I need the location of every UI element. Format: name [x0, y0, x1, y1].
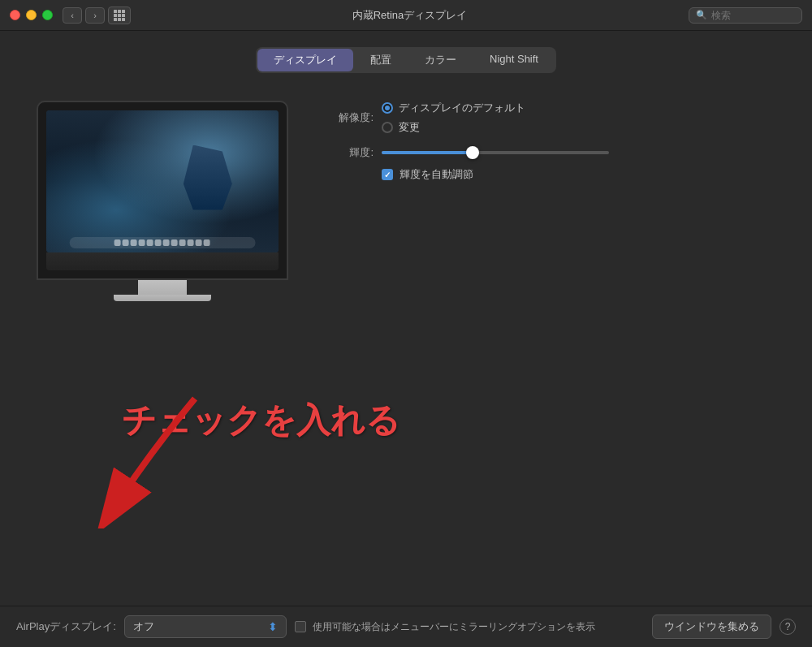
radio-default[interactable]	[382, 102, 393, 114]
airplay-label: AirPlayディスプレイ:	[16, 619, 116, 634]
resolution-radio-group: ディスプレイのデフォルト 変更	[382, 101, 525, 135]
tab-arrangement[interactable]: 配置	[354, 49, 408, 71]
maximize-button[interactable]	[42, 10, 53, 20]
imac-stand-top	[138, 280, 187, 295]
radio-custom[interactable]	[382, 122, 393, 133]
dock-item	[163, 239, 170, 246]
minimize-button[interactable]	[26, 10, 37, 20]
mirror-checkbox[interactable]	[295, 621, 306, 632]
bottom-right: ウインドウを集める ?	[652, 615, 796, 639]
checkmark-icon: ✓	[384, 170, 391, 179]
mirror-checkbox-row: 使用可能な場合はメニューバーにミラーリングオプションを表示	[295, 620, 644, 634]
search-box[interactable]: 🔍	[689, 7, 802, 24]
auto-brightness-row: ✓ 輝度を自動調節	[382, 167, 788, 182]
dock-item	[171, 239, 178, 246]
dock-item	[147, 239, 153, 246]
nav-buttons: ‹ ›	[63, 7, 105, 24]
main-panel: 解像度: ディスプレイのデフォルト 変更 輝度:	[24, 93, 788, 301]
tab-color[interactable]: カラー	[408, 49, 473, 71]
grid-button[interactable]	[108, 6, 131, 24]
tab-group: ディスプレイ 配置 カラー Night Shift	[256, 47, 556, 73]
resolution-label: 解像度:	[325, 110, 374, 125]
dock-item	[139, 239, 145, 246]
dock-item	[179, 239, 186, 246]
brightness-slider[interactable]	[382, 144, 609, 161]
wallpaper	[46, 110, 279, 252]
dock-item	[188, 239, 194, 246]
bottom-bar: AirPlayディスプレイ: オフ ⬍ 使用可能な場合はメニューバーにミラーリン…	[0, 606, 812, 647]
titlebar: ‹ › 内蔵Retinaディスプレイ 🔍	[0, 0, 812, 31]
imac-preview	[24, 93, 300, 301]
arrow-icon	[49, 382, 227, 528]
imac-screen-outer	[37, 101, 288, 280]
auto-brightness-checkbox[interactable]: ✓	[382, 169, 393, 180]
dock-item	[155, 239, 162, 246]
dropdown-arrow-icon: ⬍	[268, 620, 278, 633]
imac-chin	[46, 252, 279, 270]
brightness-row: 輝度:	[325, 144, 788, 161]
slider-track	[382, 151, 609, 154]
tab-bar: ディスプレイ 配置 カラー Night Shift	[24, 47, 788, 73]
slider-fill	[382, 151, 477, 154]
resolution-custom-label: 変更	[399, 120, 420, 135]
airplay-dropdown[interactable]: オフ ⬍	[124, 615, 287, 638]
dock-item	[123, 239, 129, 246]
back-button[interactable]: ‹	[63, 7, 82, 24]
tab-display[interactable]: ディスプレイ	[257, 49, 353, 71]
tab-nightshift[interactable]: Night Shift	[473, 49, 555, 71]
dock-item	[131, 239, 137, 246]
slider-thumb[interactable]	[466, 146, 479, 159]
dropdown-value: オフ	[133, 619, 263, 634]
search-icon: 🔍	[696, 10, 707, 20]
traffic-lights	[10, 10, 53, 20]
main-content: ディスプレイ 配置 カラー Night Shift	[0, 31, 812, 606]
window-title: 内蔵Retinaディスプレイ	[131, 8, 689, 23]
panel-wrapper: 解像度: ディスプレイのデフォルト 変更 輝度:	[24, 93, 788, 606]
resolution-option2[interactable]: 変更	[382, 120, 525, 135]
resolution-default-label: ディスプレイのデフォルト	[399, 101, 525, 115]
help-button[interactable]: ?	[780, 619, 796, 635]
auto-brightness-label: 輝度を自動調節	[400, 167, 473, 182]
gather-windows-button[interactable]: ウインドウを集める	[652, 615, 771, 639]
dock-item	[196, 239, 202, 246]
close-button[interactable]	[10, 10, 20, 20]
settings-panel: 解像度: ディスプレイのデフォルト 変更 輝度:	[325, 93, 788, 301]
dock-item	[204, 239, 210, 246]
dock-item	[114, 239, 121, 246]
resolution-option1[interactable]: ディスプレイのデフォルト	[382, 101, 525, 115]
grid-icon	[114, 10, 125, 21]
imac-screen	[46, 110, 279, 252]
dock	[70, 237, 256, 248]
search-input[interactable]	[711, 10, 795, 21]
resolution-row: 解像度: ディスプレイのデフォルト 変更	[325, 101, 788, 135]
mirror-label: 使用可能な場合はメニューバーにミラーリングオプションを表示	[313, 620, 595, 634]
brightness-label: 輝度:	[325, 145, 374, 160]
forward-button[interactable]: ›	[85, 7, 105, 24]
imac-graphic	[37, 101, 288, 301]
island-graphic	[184, 145, 232, 210]
imac-stand-base	[114, 295, 211, 301]
